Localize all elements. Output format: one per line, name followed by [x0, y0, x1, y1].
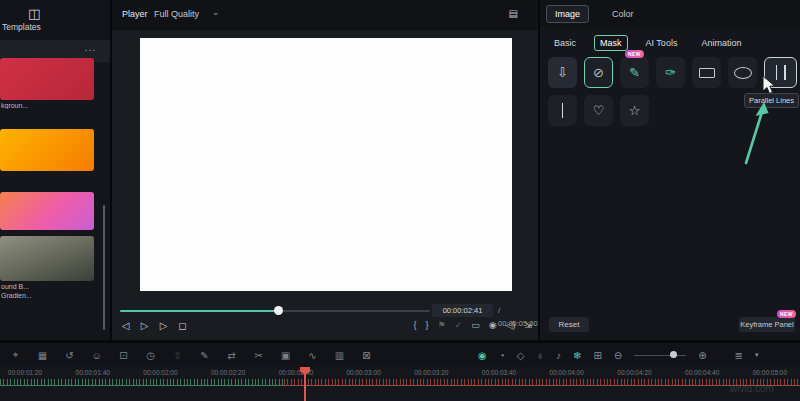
ruler-timestamp: 00:00:04:20	[612, 369, 656, 376]
export-icon[interactable]: ⇧	[164, 350, 191, 361]
check-icon[interactable]: ✓	[455, 320, 463, 330]
mask-star-button[interactable]: ☆	[620, 95, 649, 126]
template-thumb-orange[interactable]	[0, 192, 94, 232]
subtab-ai-tools[interactable]: AI Tools	[640, 35, 684, 51]
player-utility-bar: {}⚑✓▭◉◁)⇲	[414, 320, 533, 330]
next-frame-button[interactable]: ▷	[158, 320, 169, 331]
ruler-timestamp: 00:00:02:40	[274, 369, 318, 376]
subtab-mask[interactable]: Mask	[594, 35, 628, 51]
select-tool-icon[interactable]: ⌖	[2, 349, 29, 361]
mask-line-button[interactable]	[548, 95, 577, 126]
template-thumb-background[interactable]: kgroun...	[0, 58, 94, 109]
templates-panel-icon: ◫	[28, 6, 40, 21]
transform-icon[interactable]: ⊠	[353, 350, 380, 361]
zoom-slider-knob[interactable]	[670, 351, 677, 358]
mask-shapes-row-1: ⇩⊘✎NEW✑	[548, 57, 797, 88]
ruler-timestamp: 00:00:02:20	[206, 369, 250, 376]
timeline-ruler[interactable]: 00:00:01:2000:00:01:4000:00:02:0000:00:0…	[0, 367, 800, 401]
ruler-timestamp: 00:00:01:20	[3, 369, 47, 376]
freeze-icon[interactable]: ❄	[573, 350, 581, 361]
parallel-lines-icon	[776, 65, 786, 80]
crop-icon[interactable]: ▣	[272, 350, 299, 361]
draw-icon[interactable]: ✎	[191, 350, 218, 361]
rectangle-shape-icon	[699, 68, 715, 78]
timeline-zoom-slider[interactable]	[634, 350, 686, 360]
volume-button[interactable]: ◁)	[506, 320, 516, 330]
tab-color[interactable]: Color	[603, 5, 643, 23]
track-manager-caret-icon[interactable]: ▾	[755, 351, 759, 359]
mask-ellipse-button[interactable]	[728, 57, 757, 88]
keyframe-box-icon[interactable]: ⊞	[593, 350, 601, 361]
player-panel: Player Full Quality ⌄ ▤ 00:00:02:41 / 00…	[112, 0, 538, 340]
keyframe-panel-button[interactable]: Keyframe Panel	[739, 317, 795, 332]
display-mode-button[interactable]: ▭	[471, 320, 480, 330]
mask-rectangle-button[interactable]	[692, 57, 721, 88]
ellipse-shape-icon	[734, 67, 752, 79]
template-thumbnails: kgroun... ound B... Gradien...	[0, 58, 96, 299]
shield-icon[interactable]: ◇	[517, 350, 525, 361]
mask-none-button[interactable]: ⊘	[584, 57, 613, 88]
seek-row: 00:00:02:41 / 00:00:05:00	[112, 303, 538, 319]
current-time: 00:00:02:41	[432, 304, 493, 317]
chevron-down-icon[interactable]: ⌄	[212, 7, 220, 17]
timeline-tools-left: ⌖▦↺☺⊡◷⇧✎⇄✂▣∿▥⊠	[2, 343, 380, 367]
speed-icon[interactable]: ∿	[299, 350, 326, 361]
music-icon[interactable]: ♪	[556, 350, 561, 361]
preview-play-icon[interactable]: ◔	[499, 350, 505, 361]
ruler-ticks-right	[284, 379, 800, 386]
mark-out-button[interactable]: }	[426, 320, 429, 330]
flag-icon[interactable]: ⚑	[438, 320, 446, 330]
keyframe-new-badge: NEW	[777, 310, 796, 318]
prev-frame-button[interactable]: ◁	[120, 320, 131, 331]
player-header: Player Full Quality ⌄ ▤	[112, 0, 538, 30]
properties-tab-bar: ImageColor	[540, 0, 800, 28]
seek-knob[interactable]	[274, 306, 283, 315]
ruler-timestamp: 00:00:04:00	[545, 369, 589, 376]
ruler-timestamp: 00:00:01:40	[71, 369, 115, 376]
mask-parallel-lines-button[interactable]	[764, 57, 797, 88]
image-subtab-bar: BasicMaskAI ToolsAnimation	[540, 33, 800, 53]
sidebar-scrollbar[interactable]	[103, 205, 105, 330]
stop-button[interactable]: ◻	[177, 320, 188, 331]
fullscreen-button[interactable]: ⇲	[524, 320, 532, 330]
duplicate-icon[interactable]: ▥	[326, 350, 353, 361]
tab-image[interactable]: Image	[546, 5, 589, 23]
subtab-animation[interactable]: Animation	[695, 35, 747, 51]
ruler-timestamp: 00:00:03:00	[342, 369, 386, 376]
record-icon[interactable]: ⊡	[110, 350, 137, 361]
media-icon[interactable]: ▦	[29, 350, 56, 361]
seek-bar[interactable]	[120, 310, 430, 312]
template-thumb-grey-gradient[interactable]: Gradien...	[0, 290, 94, 299]
zoom-out-icon[interactable]: ⊖	[614, 350, 622, 361]
seek-bar-fill	[120, 310, 278, 312]
ruler-timestamp: 00:00:02:00	[138, 369, 182, 376]
template-thumb-red[interactable]	[0, 129, 94, 173]
zoom-in-icon[interactable]: ⊕	[698, 350, 706, 361]
snapshot-button[interactable]: ◉	[489, 320, 497, 330]
adjust-icon[interactable]: ⇄	[218, 350, 245, 361]
more-icon[interactable]: ...	[85, 42, 96, 53]
timeline-tools-right: ◉◔◇♁♪❄⊞⊖ ⊕ ≣ ▾	[478, 343, 758, 367]
mask-draw-button[interactable]: ✎NEW	[620, 57, 649, 88]
quality-dropdown[interactable]: Full Quality	[154, 9, 199, 19]
play-button[interactable]: ▷	[139, 320, 150, 331]
timer-icon[interactable]: ◷	[137, 350, 164, 361]
template-thumb-pink-gradient[interactable]: ound B...	[0, 236, 94, 290]
anchor-icon[interactable]: ♁	[536, 350, 544, 361]
track-manager-icon[interactable]: ≣	[735, 350, 743, 361]
snap-icon[interactable]: ◉	[478, 350, 487, 361]
preview-picture-icon[interactable]: ▤	[509, 8, 518, 19]
reset-button[interactable]: Reset	[549, 317, 589, 332]
sticker-icon[interactable]: ☺	[83, 350, 110, 361]
mask-import-button[interactable]: ⇩	[548, 57, 577, 88]
parallel-lines-tooltip: Parallel Lines	[744, 93, 799, 108]
mask-heart-button[interactable]: ♡	[584, 95, 613, 126]
mask-ai-draw-button[interactable]: ✑	[656, 57, 685, 88]
undo-icon[interactable]: ↺	[56, 350, 83, 361]
split-icon[interactable]: ✂	[245, 350, 272, 361]
mark-in-button[interactable]: {	[414, 320, 417, 330]
ruler-timestamp: 00:00:03:20	[409, 369, 453, 376]
player-title: Player	[122, 9, 148, 19]
preview-canvas[interactable]	[140, 38, 512, 291]
subtab-basic[interactable]: Basic	[548, 35, 582, 51]
